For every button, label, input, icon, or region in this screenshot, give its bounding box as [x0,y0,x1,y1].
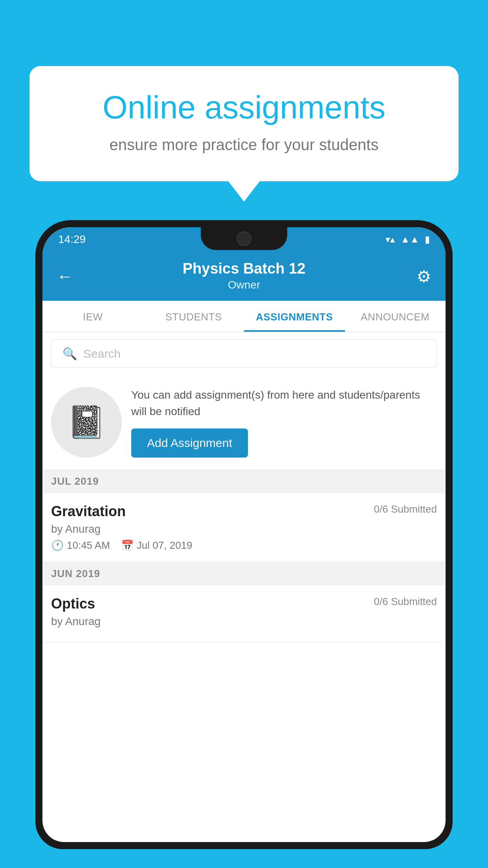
meta-date: 📅 Jul 07, 2019 [121,539,193,552]
assignment-by-gravitation: by Anurag [51,523,437,535]
phone-notch [201,227,287,250]
search-container: 🔍 Search [42,332,446,375]
assignment-submitted-optics: 0/6 Submitted [374,596,437,608]
search-icon: 🔍 [62,347,77,360]
clock-icon: 🕐 [51,539,64,552]
month-separator-jul: JUL 2019 [42,470,446,493]
tab-iew[interactable]: IEW [42,301,143,332]
promo-section: 📓 You can add assignment(s) from here an… [42,375,446,470]
speech-bubble-container: Online assignments ensure more practice … [29,66,459,181]
tab-announcements[interactable]: ANNOUNCEM [345,301,446,332]
status-time: 14:29 [58,233,86,246]
promo-icon-circle: 📓 [51,387,122,458]
assignment-gravitation[interactable]: Gravitation 0/6 Submitted by Anurag 🕐 10… [42,493,446,562]
month-separator-jun: JUN 2019 [42,562,446,585]
bubble-subtitle: ensure more practice for your students [61,136,427,154]
app-header: ← Physics Batch 12 Owner ⚙ [42,252,446,301]
assignment-optics[interactable]: Optics 0/6 Submitted by Anurag [42,585,446,642]
tab-bar: IEW STUDENTS ASSIGNMENTS ANNOUNCEM [42,301,446,332]
assignment-row1-optics: Optics 0/6 Submitted [51,596,437,612]
add-assignment-button[interactable]: Add Assignment [131,428,248,458]
wifi-icon: ▾▴ [385,234,395,245]
tab-students[interactable]: STUDENTS [143,301,244,332]
assignment-submitted-gravitation: 0/6 Submitted [374,503,437,515]
phone-camera [237,231,251,246]
assignment-meta-gravitation: 🕐 10:45 AM 📅 Jul 07, 2019 [51,539,437,552]
signal-icon: ▲▲ [400,234,419,245]
back-button[interactable]: ← [57,267,73,286]
phone-screen: 14:29 ▾▴ ▲▲ ▮ ← Physics Batch 12 Owner ⚙… [42,227,446,842]
tab-assignments[interactable]: ASSIGNMENTS [244,301,345,332]
search-placeholder: Search [83,347,121,360]
settings-icon[interactable]: ⚙ [416,267,431,286]
content-area: 🔍 Search 📓 You can add assignment(s) fro… [42,332,446,642]
speech-bubble: Online assignments ensure more practice … [29,66,459,181]
promo-text: You can add assignment(s) from here and … [131,387,437,420]
battery-icon: ▮ [425,234,430,245]
assignment-by-optics: by Anurag [51,615,437,628]
phone-outer: 14:29 ▾▴ ▲▲ ▮ ← Physics Batch 12 Owner ⚙… [35,220,453,849]
calendar-icon: 📅 [121,539,134,552]
phone-wrapper: 14:29 ▾▴ ▲▲ ▮ ← Physics Batch 12 Owner ⚙… [35,220,453,868]
assignment-time: 10:45 AM [67,539,110,552]
assignment-row1: Gravitation 0/6 Submitted [51,503,437,520]
header-title: Physics Batch 12 [57,260,431,277]
notebook-icon: 📓 [67,404,106,441]
header-subtitle: Owner [57,279,431,291]
meta-time: 🕐 10:45 AM [51,539,110,552]
assignment-name-gravitation: Gravitation [51,503,126,520]
promo-right: You can add assignment(s) from here and … [131,387,437,458]
assignment-name-optics: Optics [51,596,95,612]
search-bar[interactable]: 🔍 Search [51,339,437,368]
bubble-title: Online assignments [61,90,427,125]
assignment-date: Jul 07, 2019 [137,539,193,552]
status-icons: ▾▴ ▲▲ ▮ [385,234,430,245]
